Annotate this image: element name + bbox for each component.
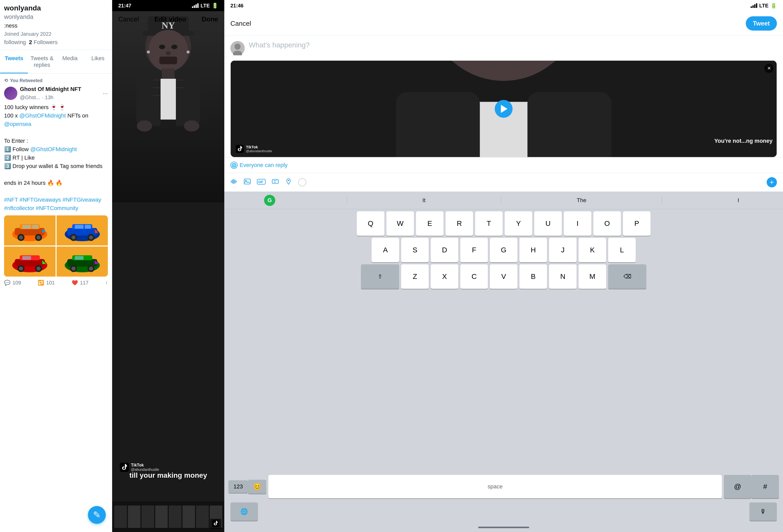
battery-icon-right: 🔋	[771, 3, 777, 9]
key-delete[interactable]: ⌫	[608, 264, 647, 289]
video-editor-panel: 21:47 LTE 🔋 Cancel Edit video Done	[112, 0, 224, 532]
tiktok-handle-middle: @abundanthustle	[131, 468, 159, 472]
svg-rect-90	[527, 92, 612, 157]
svg-point-49	[148, 30, 188, 72]
location-icon[interactable]	[285, 178, 292, 187]
compose-cancel-btn[interactable]: Cancel	[230, 20, 251, 28]
status-icons-right: LTE 🔋	[751, 3, 777, 9]
more-options[interactable]: ···	[103, 90, 108, 97]
tab-tweets[interactable]: Tweets	[0, 50, 28, 73]
reply-setting-text: Everyone can reply	[240, 162, 287, 168]
svg-rect-93	[236, 145, 244, 153]
svg-point-19	[89, 236, 93, 240]
suggestion-2[interactable]: The	[573, 196, 591, 205]
retweet-action[interactable]: 🔁 101	[38, 280, 55, 286]
share-action[interactable]: ↑	[105, 280, 108, 286]
compose-header: Cancel Tweet	[224, 11, 783, 36]
reply-setting[interactable]: 🌐 Everyone can reply	[224, 157, 783, 173]
key-a[interactable]: A	[372, 238, 399, 262]
tab-likes[interactable]: Likes	[84, 50, 112, 73]
video-timeline[interactable]	[112, 501, 224, 532]
key-m[interactable]: M	[578, 264, 606, 289]
svg-rect-68	[184, 77, 200, 123]
key-e[interactable]: E	[416, 211, 443, 236]
svg-rect-94	[231, 181, 232, 183]
svg-rect-53	[159, 57, 177, 64]
add-media-btn[interactable]: +	[767, 177, 777, 187]
key-spacebar[interactable]: space	[269, 475, 722, 498]
key-c[interactable]: C	[460, 264, 488, 289]
key-r[interactable]: R	[445, 211, 473, 236]
list-icon[interactable]	[272, 178, 279, 187]
tab-media[interactable]: Media	[56, 50, 84, 73]
following-stat: following	[4, 39, 26, 45]
key-shift[interactable]: ⇧	[361, 264, 399, 289]
key-hash[interactable]: #	[751, 475, 779, 498]
key-j[interactable]: J	[549, 238, 576, 262]
video-cancel-btn[interactable]: Cancel	[118, 15, 139, 23]
suggestion-3[interactable]: I	[733, 196, 743, 205]
key-mic[interactable]: 🎙	[749, 502, 777, 521]
suggestion-1[interactable]: It	[418, 196, 430, 205]
preview-tiktok-info: TikTok @abundanthustle	[236, 145, 272, 153]
thread-icon[interactable]	[298, 178, 306, 186]
key-n[interactable]: N	[549, 264, 576, 289]
tweet-submit-btn[interactable]: Tweet	[746, 16, 777, 31]
key-k[interactable]: K	[578, 238, 606, 262]
tab-tweets-replies[interactable]: Tweets & replies	[28, 50, 56, 73]
svg-rect-98	[236, 181, 237, 182]
svg-rect-8	[22, 225, 31, 229]
key-d[interactable]: D	[431, 238, 458, 262]
username: wonlyanda	[4, 4, 108, 12]
key-i[interactable]: I	[564, 211, 591, 236]
timeline-thumb-6	[183, 505, 195, 528]
return-key[interactable]	[258, 502, 749, 521]
svg-point-74	[234, 43, 241, 50]
key-at[interactable]: @	[724, 475, 751, 498]
play-button-overlay[interactable]	[495, 100, 512, 118]
key-globe[interactable]: 🌐	[230, 502, 258, 521]
key-123[interactable]: 123	[228, 480, 248, 493]
key-h[interactable]: H	[520, 238, 547, 262]
compose-placeholder[interactable]: What's happening?	[249, 41, 777, 49]
author-info: Ghost Of Midnight NFT @Ghst... · 13h	[20, 86, 100, 100]
key-y[interactable]: Y	[505, 211, 532, 236]
home-bar	[478, 527, 529, 528]
svg-rect-95	[232, 180, 233, 184]
key-w[interactable]: W	[386, 211, 414, 236]
key-emoji[interactable]: 😊	[248, 480, 267, 494]
key-s[interactable]: S	[401, 238, 429, 262]
svg-point-50	[159, 44, 165, 49]
gif-icon[interactable]: GIF	[257, 178, 265, 186]
svg-point-54	[147, 51, 150, 54]
tiktok-watermark: TikTok @abundanthustle	[120, 463, 159, 472]
like-action[interactable]: ❤️ 117	[72, 280, 89, 286]
key-t[interactable]: T	[475, 211, 503, 236]
key-g[interactable]: G	[490, 238, 518, 262]
key-l[interactable]: L	[608, 238, 636, 262]
key-o[interactable]: O	[593, 211, 621, 236]
reply-action[interactable]: 💬 109	[4, 280, 21, 286]
image-icon[interactable]	[244, 178, 251, 187]
tweet-feed: ⟲ You Retweeted Ghost Of Midnight NFT @G…	[0, 74, 112, 290]
svg-point-30	[36, 267, 40, 271]
compose-fab[interactable]: ✎	[88, 506, 106, 524]
status-time-middle: 21:47	[118, 3, 131, 9]
key-v[interactable]: V	[490, 264, 518, 289]
key-b[interactable]: B	[520, 264, 547, 289]
close-preview-btn[interactable]: ✕	[764, 64, 774, 73]
key-u[interactable]: U	[534, 211, 562, 236]
key-f[interactable]: F	[460, 238, 488, 262]
key-p[interactable]: P	[623, 211, 651, 236]
preview-tiktok-brand: TikTok	[246, 145, 272, 149]
video-done-btn[interactable]: Done	[201, 15, 218, 23]
svg-rect-71	[120, 463, 129, 472]
svg-point-70	[184, 120, 199, 131]
audio-icon[interactable]	[230, 178, 238, 187]
key-z[interactable]: Z	[401, 264, 429, 289]
svg-point-38	[71, 267, 75, 271]
svg-rect-9	[32, 225, 39, 229]
key-q[interactable]: Q	[357, 211, 384, 236]
key-x[interactable]: X	[431, 264, 458, 289]
timeline-thumb-7	[196, 505, 209, 528]
